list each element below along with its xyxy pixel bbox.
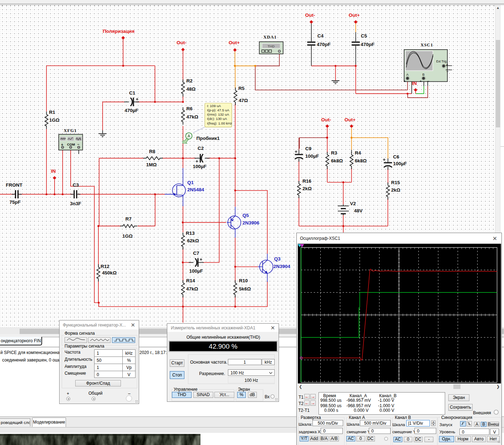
svg-text:6: 6 [301, 245, 302, 247]
